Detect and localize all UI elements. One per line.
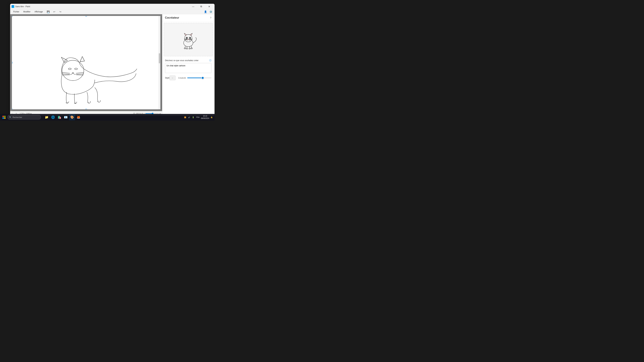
maximize-button[interactable]: ⧉ [197,4,205,9]
svg-rect-33 [2,117,4,119]
describe-textarea[interactable]: Un chat style cartoon [165,63,212,73]
svg-point-16 [184,34,192,42]
describe-label: Décrivez ce que vous souhaitez créer ⓘ [165,59,212,62]
style-row: Style ··· Créativité [162,74,214,82]
canvas[interactable] [12,16,160,109]
redo-button[interactable]: ↪ [58,9,63,14]
ai-preview [164,23,213,56]
tray-sound[interactable]: 🔊 [188,116,191,119]
taskbar-store[interactable]: 🛍️ [56,114,62,120]
app-icon [12,5,14,8]
taskbar-search[interactable]: 🔍 Rechercher [8,115,41,120]
drawing-canvas[interactable] [12,16,160,109]
menu-fichier[interactable]: Fichier [12,10,21,13]
svg-line-11 [63,75,70,75]
menu-affichage[interactable]: Affichage [33,10,44,13]
creativity-label: Créativité [178,77,186,79]
undo-button[interactable]: ↩ [52,9,57,14]
zoom-slider[interactable] [145,113,159,114]
svg-point-21 [187,37,187,38]
creativity-control: Créativité [178,77,212,79]
svg-rect-31 [2,116,4,117]
creativity-slider-fill [187,77,202,78]
svg-line-10 [62,74,70,74]
taskbar-mail[interactable]: 📧 [63,114,69,120]
cocreateur-panel: Cocréateur ? [162,14,214,115]
tray-lang[interactable]: FRA [196,116,200,119]
svg-point-8 [62,60,84,81]
taskbar-files[interactable]: 📁 [44,114,50,120]
start-button[interactable] [1,115,7,120]
panel-help-icon[interactable]: ? [210,16,212,19]
search-placeholder: Rechercher [12,116,22,118]
close-button[interactable]: ✕ [206,4,213,9]
taskbar-paint[interactable]: 🎨 [69,114,75,120]
taskbar: 🔍 Rechercher 📁 🌐 🛍️ 📧 🎨 🦊 📶 🔊 🔋 FRA 16:1… [0,114,214,121]
describe-help[interactable]: ⓘ [209,59,212,62]
taskbar-tray: 📶 🔊 🔋 FRA 16:10 09/09/2024 🔔 [184,115,213,120]
svg-rect-34 [4,117,6,119]
account-icon[interactable]: 👤 [203,9,208,14]
window-controls: — ⧉ ✕ [189,4,213,9]
window-title: Sans titre - Paint [15,5,189,8]
zoom-slider-fill [145,113,152,114]
panel-title: Cocréateur [165,16,179,19]
ai-cat-preview [175,29,202,49]
save-button[interactable]: 💾 [46,9,51,14]
svg-line-14 [76,75,83,75]
style-dropdown[interactable]: ··· [170,75,176,80]
tray-battery[interactable]: 🔋 [192,116,195,119]
style-label: Style [165,77,170,79]
panel-header: Cocréateur ? [162,14,214,21]
menu-modifier[interactable]: Modifier [22,10,32,13]
creativity-slider-track[interactable] [187,77,212,78]
taskbar-apps: 📁 🌐 🛍️ 📧 🎨 🦊 [44,114,82,120]
paint-window: Sans titre - Paint — ⧉ ✕ Fichier Modifie… [10,4,214,116]
settings-icon[interactable]: ⚙️ [208,9,213,14]
tray-wifi[interactable]: 📶 [184,116,187,119]
tray-clock[interactable]: 16:10 09/09/2024 [201,115,209,120]
taskbar-browser[interactable]: 🦊 [76,114,82,120]
svg-point-22 [190,37,190,38]
panel-describe: Décrivez ce que vous souhaitez créer ⓘ U… [162,58,214,74]
minimize-button[interactable]: — [189,4,197,9]
svg-line-12 [76,72,84,73]
taskbar-globe[interactable]: 🌐 [50,114,56,120]
title-bar: Sans titre - Paint — ⧉ ✕ [10,4,214,9]
scrollbar-thumb[interactable] [159,53,160,63]
search-icon: 🔍 [9,116,12,118]
svg-rect-32 [4,116,6,117]
tray-notification[interactable]: 🔔 [210,116,213,119]
svg-line-9 [62,72,70,73]
canvas-area[interactable] [10,14,162,111]
creativity-slider-thumb[interactable] [201,76,204,79]
scrollbar-vertical[interactable] [158,16,160,109]
menu-bar: Fichier Modifier Affichage 💾 ↩ ↪ 👤 ⚙️ [10,9,214,14]
svg-line-13 [76,74,84,74]
